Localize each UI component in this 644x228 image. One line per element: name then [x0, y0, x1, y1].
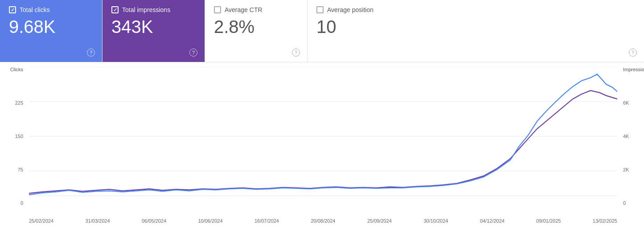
x-label-3: 10/06/2024: [198, 218, 222, 224]
clicks-value: 9.68K: [9, 17, 93, 37]
impressions-checkbox[interactable]: [111, 6, 119, 13]
ctr-checkbox[interactable]: [214, 6, 221, 13]
average-ctr-card[interactable]: Average CTR 2.8% ?: [205, 0, 308, 62]
y-right-2k: 2K: [623, 167, 629, 172]
clicks-label: Total clicks: [20, 6, 50, 13]
y-right-axis: Impressions 6K 4K 2K 0: [619, 67, 644, 206]
impressions-help-icon[interactable]: ?: [189, 49, 197, 57]
position-value: 10: [316, 17, 635, 37]
position-help-icon[interactable]: ?: [629, 49, 637, 57]
impressions-line: [29, 90, 617, 193]
y-left-150: 150: [15, 134, 23, 139]
x-label-2: 06/05/2024: [142, 218, 166, 224]
metric-header-clicks: Total clicks: [9, 6, 93, 13]
ctr-label: Average CTR: [225, 6, 263, 13]
y-right-0: 0: [623, 200, 626, 206]
x-label-10: 13/02/2025: [593, 218, 617, 224]
x-label-0: 25/02/2024: [29, 218, 53, 224]
y-left-axis: Clicks 225 150 75 0: [0, 67, 27, 206]
y-left-title: Clicks: [10, 67, 23, 72]
chart-svg: [29, 67, 617, 206]
x-label-1: 31/03/2024: [85, 218, 110, 224]
clicks-help-icon[interactable]: ?: [87, 49, 95, 57]
metric-header-position: Average position: [316, 6, 635, 13]
clicks-checkbox[interactable]: [9, 6, 16, 13]
average-position-card[interactable]: Average position 10 ?: [308, 0, 644, 62]
chart-area: Clicks 225 150 75 0 Impressions 6K 4K 2K…: [0, 62, 644, 228]
chart-canvas: [29, 67, 617, 206]
y-right-6k: 6K: [623, 100, 629, 106]
position-label: Average position: [327, 6, 373, 13]
y-right-4k: 4K: [623, 134, 629, 139]
impressions-value: 343K: [111, 17, 196, 37]
y-left-0: 0: [21, 200, 23, 206]
x-label-6: 25/09/2024: [367, 218, 392, 224]
x-label-7: 30/10/2024: [423, 218, 448, 224]
ctr-help-icon[interactable]: ?: [292, 49, 300, 57]
y-left-225: 225: [15, 100, 23, 106]
metric-header-impressions: Total impressions: [111, 6, 196, 13]
x-label-5: 20/08/2024: [311, 218, 335, 224]
ctr-value: 2.8%: [214, 17, 298, 37]
impressions-label: Total impressions: [122, 6, 170, 13]
y-right-title: Impressions: [623, 67, 644, 72]
metrics-row: Total clicks 9.68K ? Total impressions 3…: [0, 0, 644, 62]
x-label-8: 04/12/2024: [480, 218, 505, 224]
total-impressions-card[interactable]: Total impressions 343K ?: [103, 0, 205, 62]
total-clicks-card[interactable]: Total clicks 9.68K ?: [0, 0, 103, 62]
y-left-75: 75: [18, 167, 23, 172]
x-axis-labels: 25/02/2024 31/03/2024 06/05/2024 10/06/2…: [29, 218, 617, 224]
x-label-4: 16/07/2024: [254, 218, 279, 224]
position-checkbox[interactable]: [316, 6, 324, 13]
clicks-line: [29, 74, 617, 195]
x-label-9: 09/01/2025: [536, 218, 561, 224]
metric-header-ctr: Average CTR: [214, 6, 298, 13]
